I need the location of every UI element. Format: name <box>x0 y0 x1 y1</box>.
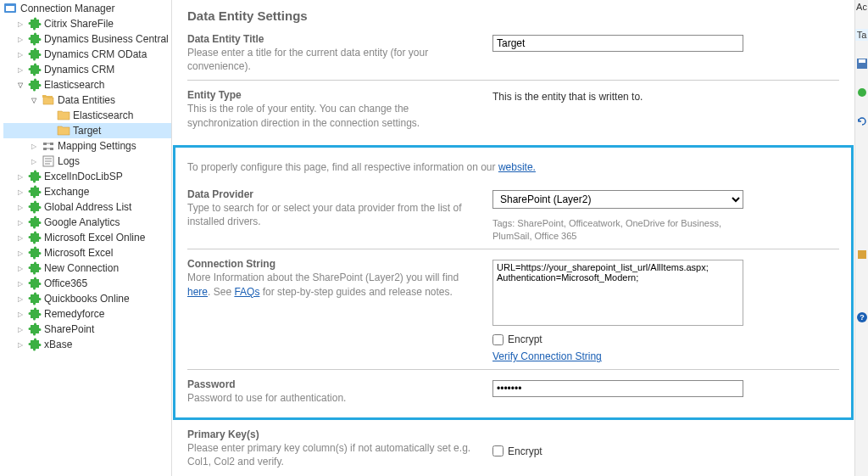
puzzle-icon <box>28 17 42 31</box>
tree-item-citrix-sharefile[interactable]: ▷Citrix ShareFile <box>3 16 171 31</box>
page-title: Data Entity Settings <box>187 8 839 23</box>
tree-item-sharepoint[interactable]: ▷SharePoint <box>3 322 171 337</box>
primary-label: Primary Key(s) <box>187 428 476 440</box>
password-label: Password <box>187 378 476 390</box>
expand-icon[interactable]: ▷ <box>15 64 25 75</box>
folder-icon <box>57 109 70 122</box>
tree-item-data-entities[interactable]: ▽Data Entities <box>3 92 171 108</box>
right-sidebar: Ac Ta ? <box>854 0 868 476</box>
svg-point-5 <box>858 88 866 97</box>
svg-rect-4 <box>859 59 865 63</box>
expand-icon[interactable]: ▷ <box>15 34 25 44</box>
sidebar-ta[interactable]: Ta <box>855 29 868 41</box>
expand-icon[interactable]: ▷ <box>15 324 25 334</box>
website-link[interactable]: website. <box>498 161 536 173</box>
expand-icon[interactable]: ▷ <box>15 294 25 304</box>
undo-icon[interactable] <box>856 115 868 127</box>
puzzle-icon <box>28 170 42 183</box>
tree-item-exchange[interactable]: ▷Exchange <box>3 184 171 199</box>
primary-encrypt-checkbox[interactable] <box>492 445 504 456</box>
tree-item-label: Remedyforce <box>44 308 104 320</box>
entity-type-desc: This is the role of your entity. You can… <box>187 102 476 129</box>
password-desc: Password to use for authentication. <box>187 391 476 405</box>
help-icon[interactable]: ? <box>856 311 868 323</box>
primary-encrypt-label: Encrypt <box>508 445 542 457</box>
expand-icon <box>44 126 54 136</box>
entity-type-label: Entity Type <box>187 89 476 101</box>
notice-text: To properly configure this page, find al… <box>187 161 498 173</box>
tree-item-new-connection[interactable]: ▷New Connection <box>3 260 171 276</box>
puzzle-icon <box>28 307 42 321</box>
settings-panel: Data Entity Settings Data Entity Title P… <box>171 0 854 476</box>
expand-icon[interactable]: ▷ <box>15 248 25 258</box>
expand-icon[interactable]: ▷ <box>15 309 25 319</box>
expand-icon[interactable]: ▷ <box>29 156 39 166</box>
tree-item-elasticsearch[interactable]: Elasticsearch <box>3 108 171 123</box>
expand-icon[interactable]: ▷ <box>15 49 25 59</box>
tree-item-elasticsearch[interactable]: ▽Elasticsearch <box>3 77 171 92</box>
entity-title-input[interactable] <box>492 35 743 52</box>
entity-title-label: Data Entity Title <box>187 33 476 45</box>
svg-text:?: ? <box>860 313 865 322</box>
tree-item-dynamics-crm[interactable]: ▷Dynamics CRM <box>3 62 171 77</box>
tree-root[interactable]: Connection Manager <box>3 2 171 15</box>
tool-icon-1[interactable] <box>856 249 868 260</box>
expand-icon[interactable]: ▷ <box>29 141 39 151</box>
tree-item-label: Google Analytics <box>44 216 120 228</box>
expand-icon[interactable]: ▷ <box>15 278 25 288</box>
provider-tags: Tags: SharePoint, Officeatwork, OneDrive… <box>492 217 730 243</box>
conn-here-link[interactable]: here <box>187 286 208 298</box>
expand-icon[interactable]: ▷ <box>15 339 25 350</box>
expand-icon[interactable]: ▷ <box>15 202 25 212</box>
expand-icon[interactable]: ▷ <box>15 19 25 29</box>
folder-group-icon <box>42 93 55 107</box>
puzzle-icon <box>28 48 42 61</box>
conn-desc: More Information about the SharePoint (L… <box>187 271 476 298</box>
password-input[interactable] <box>492 380 743 397</box>
tree-item-label: Quickbooks Online <box>44 293 130 305</box>
tree-item-label: Elasticsearch <box>44 79 104 91</box>
tree-item-label: Logs <box>58 155 80 167</box>
verify-conn-link[interactable]: Verify Connection String <box>492 350 602 362</box>
tree-item-quickbooks-online[interactable]: ▷Quickbooks Online <box>3 291 171 306</box>
tree-item-logs[interactable]: ▷Logs <box>3 154 171 169</box>
tree-item-mapping-settings[interactable]: ▷Mapping Settings <box>3 138 171 154</box>
conn-faq-link[interactable]: FAQs <box>234 286 259 298</box>
tree-item-label: Dynamics CRM OData <box>44 48 147 60</box>
provider-select[interactable]: SharePoint (Layer2) <box>492 190 743 209</box>
puzzle-icon <box>28 231 42 244</box>
tree-item-global-address-list[interactable]: ▷Global Address List <box>3 199 171 215</box>
tree-item-label: Elasticsearch <box>73 109 133 121</box>
encrypt-checkbox[interactable] <box>492 334 504 345</box>
tree-item-dynamics-business-central[interactable]: ▷Dynamics Business Central <box>3 31 171 47</box>
tree-item-label: Citrix ShareFile <box>44 18 114 30</box>
puzzle-icon <box>28 216 42 229</box>
tree-item-microsoft-excel[interactable]: ▷Microsoft Excel <box>3 245 171 260</box>
sidebar-ac[interactable]: Ac <box>856 2 867 12</box>
tree-item-google-analytics[interactable]: ▷Google Analytics <box>3 215 171 230</box>
puzzle-icon <box>28 185 42 199</box>
tree-item-xbase[interactable]: ▷xBase <box>3 337 171 352</box>
connection-tree: Connection Manager ▷Citrix ShareFile▷Dyn… <box>0 0 171 476</box>
tree-item-label: Microsoft Excel Online <box>44 232 145 244</box>
tree-item-label: Data Entities <box>58 94 115 106</box>
tree-item-target[interactable]: Target <box>3 123 171 138</box>
tree-item-excelindoclibsp[interactable]: ▷ExcelInDocLibSP <box>3 169 171 184</box>
tree-item-dynamics-crm-odata[interactable]: ▷Dynamics CRM OData <box>3 47 171 62</box>
expand-icon[interactable]: ▽ <box>15 80 25 90</box>
tree-item-microsoft-excel-online[interactable]: ▷Microsoft Excel Online <box>3 230 171 245</box>
expand-icon[interactable]: ▷ <box>15 187 25 197</box>
conn-string-input[interactable] <box>492 260 743 326</box>
expand-icon[interactable]: ▽ <box>29 95 39 105</box>
puzzle-icon <box>28 277 42 290</box>
expand-icon[interactable]: ▷ <box>15 171 25 182</box>
tree-item-office365[interactable]: ▷Office365 <box>3 276 171 291</box>
tree-item-label: New Connection <box>44 262 119 274</box>
expand-icon[interactable]: ▷ <box>15 217 25 227</box>
action-icon[interactable] <box>856 87 868 98</box>
save-icon[interactable] <box>856 58 868 70</box>
expand-icon[interactable]: ▷ <box>15 232 25 243</box>
tree-item-remedyforce[interactable]: ▷Remedyforce <box>3 306 171 322</box>
expand-icon[interactable]: ▷ <box>15 263 25 273</box>
folder-icon <box>57 124 70 137</box>
